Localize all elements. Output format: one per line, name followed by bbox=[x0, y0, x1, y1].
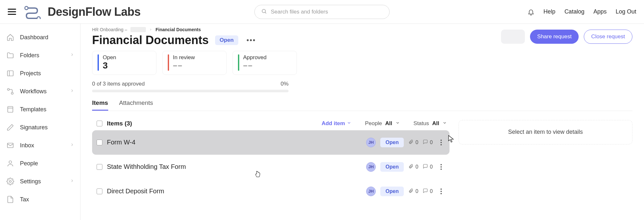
chevron-right-icon bbox=[70, 52, 74, 58]
item-row[interactable]: State Withholding Tax Form JH Open 0 0 bbox=[92, 155, 450, 179]
item-row[interactable]: Form W-4 JH Open 0 0 bbox=[92, 130, 450, 155]
svg-rect-8 bbox=[8, 106, 13, 112]
crumb-current: Financial Documents bbox=[156, 27, 201, 32]
projects-icon bbox=[6, 69, 15, 78]
stat-label: Approved bbox=[243, 54, 267, 61]
progress-bar bbox=[92, 90, 289, 92]
status-badge: Open bbox=[215, 35, 238, 45]
bell-icon[interactable] bbox=[527, 8, 535, 15]
avatar[interactable]: JH bbox=[366, 162, 376, 172]
stat-open: Open 3 bbox=[92, 51, 156, 75]
chevron-down-icon bbox=[347, 120, 351, 127]
row-checkbox[interactable] bbox=[97, 164, 102, 170]
logo-mark-icon bbox=[24, 5, 42, 19]
sidebar-item-projects[interactable]: Projects bbox=[0, 64, 80, 82]
sidebar-item-label: Folders bbox=[20, 52, 65, 59]
sidebar-item-signatures[interactable]: Signatures bbox=[0, 118, 80, 136]
tab-attachments[interactable]: Attachments bbox=[119, 99, 153, 111]
search-input[interactable] bbox=[271, 9, 383, 15]
status-badge: Open bbox=[380, 138, 404, 147]
nav-help[interactable]: Help bbox=[544, 8, 555, 15]
add-item-button[interactable]: Add item bbox=[322, 120, 352, 127]
comments-count[interactable]: 0 bbox=[423, 188, 433, 195]
chevron-right-icon bbox=[70, 88, 74, 94]
sidebar-item-inbox[interactable]: Inbox bbox=[0, 136, 80, 154]
paperclip-icon bbox=[408, 188, 413, 195]
sidebar-item-label: Dashboard bbox=[20, 34, 74, 41]
tab-items[interactable]: Items bbox=[92, 99, 108, 111]
chevron-right-icon bbox=[70, 142, 74, 148]
nav-apps[interactable]: Apps bbox=[593, 8, 607, 15]
avatar[interactable]: JH bbox=[366, 187, 376, 196]
action-placeholder bbox=[501, 30, 525, 44]
sidebar-item-tax[interactable]: Tax bbox=[0, 190, 80, 208]
sidebar-item-label: Tax bbox=[20, 196, 74, 203]
svg-rect-4 bbox=[7, 71, 13, 76]
attachments-count[interactable]: 0 bbox=[408, 164, 418, 170]
filter-label: People bbox=[365, 120, 382, 127]
search-input-wrap[interactable] bbox=[254, 5, 390, 19]
comments-count[interactable]: 0 bbox=[423, 139, 433, 146]
nav-catalog[interactable]: Catalog bbox=[564, 8, 584, 15]
comments-count[interactable]: 0 bbox=[423, 164, 433, 170]
item-row[interactable]: Direct Deposit Form JH Open 0 0 bbox=[92, 179, 450, 204]
more-menu-icon[interactable]: ••• bbox=[245, 35, 258, 46]
sidebar-item-workflows[interactable]: Workflows bbox=[0, 82, 80, 100]
sidebar-item-dashboard[interactable]: Dashboard bbox=[0, 28, 80, 46]
sidebar-item-label: Projects bbox=[20, 70, 74, 77]
pen-icon bbox=[6, 123, 15, 132]
item-name: State Withholding Tax Form bbox=[107, 163, 274, 170]
person-icon bbox=[6, 159, 15, 168]
sidebar: Dashboard Folders Projects Workflows Tem… bbox=[0, 24, 80, 220]
svg-point-1 bbox=[37, 17, 40, 19]
filter-value: All bbox=[432, 120, 439, 127]
sidebar-item-folders[interactable]: Folders bbox=[0, 46, 80, 64]
sidebar-item-templates[interactable]: Templates bbox=[0, 100, 80, 118]
top-bar: DesignFlow Labs Help Catalog Apps Log Ou… bbox=[0, 0, 644, 24]
sidebar-item-label: Signatures bbox=[20, 124, 74, 131]
stat-label: In review bbox=[173, 54, 195, 61]
logo[interactable]: DesignFlow Labs bbox=[24, 5, 141, 19]
svg-point-2 bbox=[262, 9, 266, 13]
status-badge: Open bbox=[380, 187, 404, 196]
filter-status[interactable]: Status All bbox=[413, 120, 447, 127]
select-all-checkbox[interactable] bbox=[97, 121, 102, 126]
crumb-redacted bbox=[130, 27, 146, 32]
document-icon bbox=[6, 195, 15, 204]
home-icon bbox=[6, 33, 15, 42]
share-request-button[interactable]: Share request bbox=[530, 30, 579, 44]
comment-icon bbox=[423, 139, 428, 146]
row-menu-icon[interactable] bbox=[437, 188, 445, 194]
svg-point-7 bbox=[11, 92, 13, 94]
chevron-right-icon bbox=[149, 27, 152, 32]
avatar[interactable]: JH bbox=[366, 138, 376, 147]
sidebar-item-label: Inbox bbox=[20, 142, 65, 149]
sidebar-item-people[interactable]: People bbox=[0, 154, 80, 172]
row-checkbox[interactable] bbox=[97, 188, 102, 194]
attachments-count[interactable]: 0 bbox=[408, 188, 418, 195]
row-checkbox[interactable] bbox=[97, 140, 102, 145]
chevron-down-icon bbox=[395, 120, 400, 127]
details-empty-state: Select an item to view details bbox=[459, 120, 632, 144]
svg-point-6 bbox=[7, 88, 9, 90]
attachments-count[interactable]: 0 bbox=[408, 139, 418, 146]
nav-logout[interactable]: Log Out bbox=[616, 8, 636, 15]
stat-label: Open bbox=[103, 54, 116, 61]
sidebar-item-label: Settings bbox=[20, 178, 65, 185]
filter-label: Status bbox=[413, 120, 429, 127]
filter-people[interactable]: People All bbox=[365, 120, 400, 127]
row-menu-icon[interactable] bbox=[437, 164, 445, 170]
svg-line-3 bbox=[265, 12, 266, 13]
row-menu-icon[interactable] bbox=[437, 140, 445, 145]
sidebar-item-settings[interactable]: Settings bbox=[0, 172, 80, 190]
stat-approved: Approved –– bbox=[232, 51, 297, 75]
template-icon bbox=[6, 105, 15, 114]
stat-value: –– bbox=[173, 61, 195, 70]
folder-icon bbox=[6, 51, 15, 60]
close-request-button[interactable]: Close request bbox=[584, 30, 632, 44]
stat-value: –– bbox=[243, 61, 267, 70]
main-content: HR Onboarding – Financial Documents Fina… bbox=[80, 24, 644, 220]
crumb-root[interactable]: HR Onboarding – bbox=[92, 27, 127, 32]
comment-icon bbox=[423, 188, 428, 195]
hamburger-menu-icon[interactable] bbox=[8, 8, 16, 16]
